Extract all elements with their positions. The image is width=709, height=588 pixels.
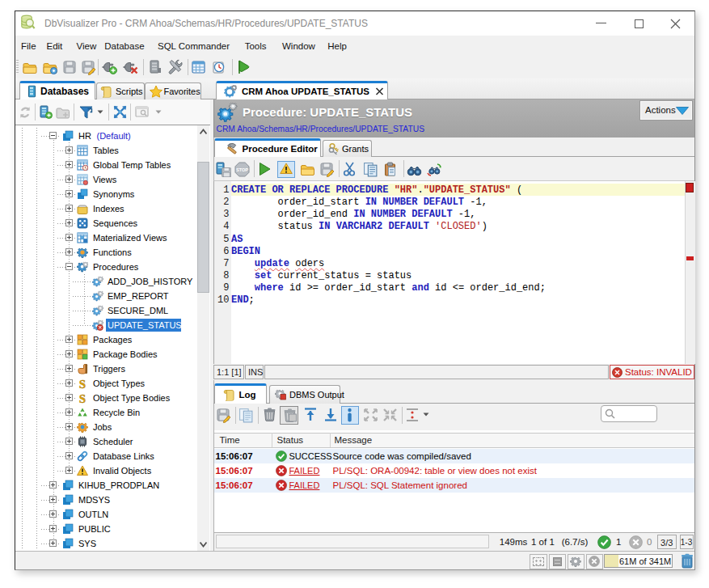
svg-text:S: S (79, 392, 86, 404)
svg-text:STOP: STOP (236, 167, 248, 172)
svg-text:S: S (79, 378, 86, 389)
